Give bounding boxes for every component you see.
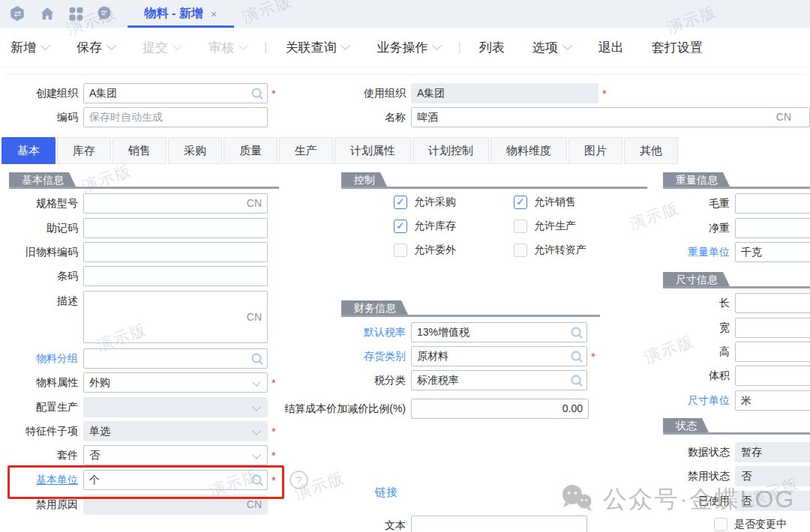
gross-weight-input[interactable] xyxy=(735,193,810,214)
material-attr-label: 物料属性 xyxy=(6,372,83,393)
section-line xyxy=(663,187,810,189)
tab-production[interactable]: 生产 xyxy=(279,137,333,164)
exit-button[interactable]: 退出 xyxy=(598,39,624,56)
description-field: 描述 CN xyxy=(6,291,268,343)
barcode-input[interactable] xyxy=(83,266,268,286)
business-ops-button[interactable]: 业务操作 xyxy=(376,39,440,56)
lang-suffix: CN xyxy=(247,194,262,213)
tab-image[interactable]: 图片 xyxy=(568,137,622,164)
inventory-category-input[interactable]: 原材料 xyxy=(411,346,587,366)
checkbox[interactable] xyxy=(514,196,527,209)
volume-input[interactable] xyxy=(735,366,810,386)
disable-reason-field: 禁用原因 CN xyxy=(6,495,268,515)
apps-grid-icon[interactable] xyxy=(68,5,84,22)
search-icon[interactable] xyxy=(570,326,584,345)
material-group-label[interactable]: 物料分组 xyxy=(6,348,83,369)
checkbox[interactable] xyxy=(514,220,527,233)
chevron-down-icon[interactable] xyxy=(562,40,572,50)
default-tax-input[interactable]: 13%增值税 xyxy=(411,322,587,342)
search-icon[interactable] xyxy=(250,352,264,372)
spec-input[interactable]: CN xyxy=(83,193,268,214)
create-org-field: 创建组织 A集团 * xyxy=(6,83,276,103)
checkbox-label: 允许委外 xyxy=(414,244,456,257)
chevron-down-icon[interactable] xyxy=(40,40,50,50)
search-icon[interactable] xyxy=(250,474,264,493)
tab-purchase[interactable]: 采购 xyxy=(168,137,222,164)
old-code-label: 旧物料编码 xyxy=(6,242,83,262)
code-input[interactable]: 保存时自动生成 xyxy=(83,107,268,127)
list-button[interactable]: 列表 xyxy=(479,39,505,56)
base-unit-field: 基本单位 个 * xyxy=(6,470,276,490)
tab-sales[interactable]: 销售 xyxy=(112,137,166,164)
save-button[interactable]: 保存 xyxy=(76,39,115,56)
tab-basic[interactable]: 基本 xyxy=(2,137,56,164)
chevron-down-icon[interactable] xyxy=(106,40,116,50)
tax-class-input[interactable]: 标准税率 xyxy=(411,370,587,390)
print-settings-button[interactable]: 套打设置 xyxy=(652,39,703,56)
settle-ratio-input[interactable]: 0.00 xyxy=(411,399,589,419)
length-input[interactable] xyxy=(735,293,810,313)
inventory-category-label[interactable]: 存货类别 xyxy=(302,346,411,366)
checkbox-allow-asset: 允许转资产 xyxy=(514,244,586,257)
tax-class-label: 税分类 xyxy=(302,370,411,390)
suite-select[interactable]: 否 xyxy=(83,445,268,465)
weight-unit-input[interactable]: 千克 xyxy=(735,242,810,262)
app-logo-icon[interactable]: ⇄ xyxy=(9,5,26,22)
checkbox[interactable] xyxy=(394,196,407,209)
tab-material-dim[interactable]: 物料维度 xyxy=(490,137,567,164)
tab-plan-attr[interactable]: 计划属性 xyxy=(334,137,411,164)
height-field: 高 xyxy=(616,342,810,362)
description-input[interactable]: CN xyxy=(83,291,268,343)
weight-unit-label[interactable]: 重量单位 xyxy=(616,242,735,262)
submit-button[interactable]: 提交 xyxy=(142,39,181,56)
chevron-down-icon[interactable] xyxy=(252,378,260,386)
net-weight-input[interactable] xyxy=(735,218,810,238)
message-icon[interactable] xyxy=(96,5,112,22)
dimension-unit-input[interactable]: 米 xyxy=(735,390,810,411)
material-attr-select[interactable]: 外购 xyxy=(83,372,268,393)
chevron-down-icon[interactable] xyxy=(341,40,351,50)
help-icon[interactable]: ? xyxy=(290,471,308,489)
required-mark: * xyxy=(602,83,607,103)
related-query-button[interactable]: 关联查询 xyxy=(285,39,349,56)
checkbox[interactable] xyxy=(514,244,527,257)
width-input[interactable] xyxy=(735,318,810,338)
checkbox[interactable] xyxy=(394,220,407,233)
search-icon[interactable] xyxy=(570,374,584,393)
audit-button[interactable]: 审核 xyxy=(208,39,247,56)
text-input[interactable] xyxy=(411,516,587,532)
height-input[interactable] xyxy=(735,342,810,362)
volume-label: 体积 xyxy=(616,366,735,386)
tab-quality[interactable]: 质量 xyxy=(224,137,278,164)
create-org-input[interactable]: A集团 xyxy=(83,83,268,103)
home-icon[interactable] xyxy=(39,5,56,22)
chevron-down-icon[interactable] xyxy=(252,450,260,459)
checkbox[interactable] xyxy=(714,518,728,531)
section-finance: 财务信息 xyxy=(341,300,409,316)
document-tab[interactable]: 物料 - 新增 × xyxy=(128,0,234,28)
search-icon[interactable] xyxy=(570,350,584,369)
dimension-unit-label[interactable]: 尺寸单位 xyxy=(616,390,735,411)
mnemonic-input[interactable] xyxy=(83,218,268,238)
use-org-label: 使用组织 xyxy=(302,83,411,103)
base-unit-input[interactable]: 个 xyxy=(83,470,268,490)
tab-inventory[interactable]: 库存 xyxy=(57,137,111,164)
material-group-input[interactable] xyxy=(83,348,268,369)
checkbox-label: 是否变更中 xyxy=(734,518,787,531)
old-code-input[interactable] xyxy=(83,242,268,262)
tab-plan-control[interactable]: 计划控制 xyxy=(412,137,489,164)
disable-reason-label: 禁用原因 xyxy=(6,495,83,515)
base-unit-label[interactable]: 基本单位 xyxy=(6,470,83,490)
new-button[interactable]: 新增 xyxy=(10,39,49,56)
chevron-down-icon[interactable] xyxy=(433,40,442,50)
name-input[interactable]: 啤酒 CN xyxy=(411,107,810,127)
search-icon[interactable] xyxy=(250,87,264,106)
options-button[interactable]: 选项 xyxy=(532,39,571,56)
link-section-title[interactable]: 链接 xyxy=(375,486,398,500)
close-icon[interactable]: × xyxy=(211,7,218,20)
default-tax-label[interactable]: 默认税率 xyxy=(302,322,411,342)
tab-other[interactable]: 其他 xyxy=(624,137,678,164)
used-status-value: 否 xyxy=(735,491,810,511)
checkbox[interactable] xyxy=(394,244,407,257)
used-status-field: 已使用 否 xyxy=(616,491,810,511)
